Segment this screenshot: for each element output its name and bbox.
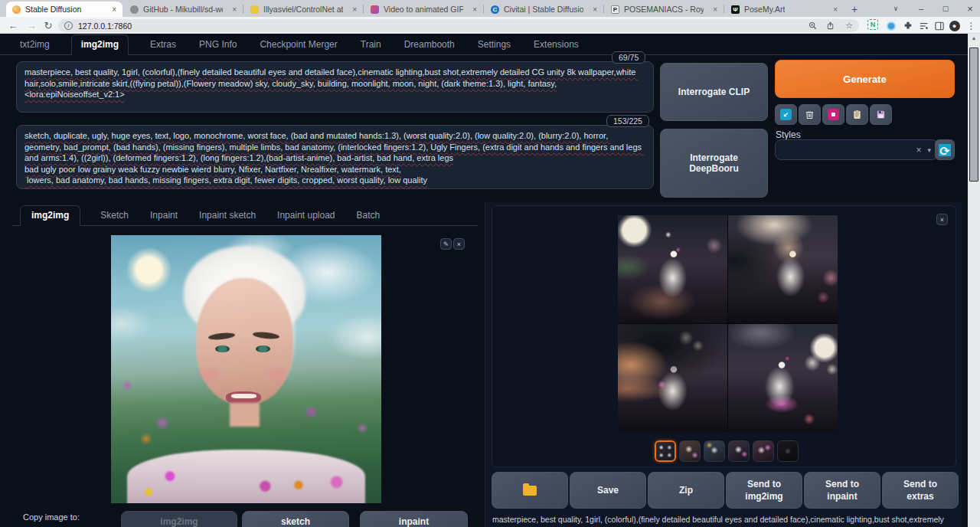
clear-prompt-button[interactable] [799,104,821,125]
remove-image-button[interactable]: × [453,238,465,250]
thumbnail-2[interactable] [679,440,701,462]
mode-tab-inpaint-sketch[interactable]: Inpaint sketch [198,206,257,225]
extension-blue-icon[interactable] [884,19,897,32]
folder-icon [523,486,537,496]
stable-diffusion-favicon [12,5,21,14]
styles-clear-icon[interactable]: × [916,145,921,155]
styles-dropdown[interactable]: × ▾ [775,139,938,160]
mode-tab-inpaint[interactable]: Inpaint [149,206,179,225]
tab-checkpoint-merger[interactable]: Checkpoint Merger [258,35,338,54]
window-maximize-button[interactable]: ▢ [934,0,957,17]
save-button[interactable]: Save [570,472,646,509]
browser-tab-github[interactable]: GitHub - Mikubill/sd-webui-co × [124,2,243,17]
address-bar[interactable]: i 127.0.0.1:7860 ☆ [58,19,859,32]
tab-title: Civitai | Stable Diffusion model [504,5,583,14]
refresh-icon: ⟳ [939,144,951,156]
reload-button[interactable]: ↻ [41,18,55,32]
thumbnail-5[interactable] [753,440,774,462]
window-close-button[interactable]: × [959,0,980,17]
tab-extras[interactable]: Extras [149,35,178,54]
interrogate-clip-button[interactable]: Interrogate CLIP [660,63,768,121]
back-button[interactable]: ← [6,18,20,32]
styles-label: Styles [776,129,801,140]
scrollbar-thumb[interactable] [969,47,978,182]
result-image-grid[interactable] [618,215,838,432]
interrogate-deepbooru-button[interactable]: Interrogate DeepBooru [660,129,768,198]
tab-search-chevron-icon[interactable]: ∨ [887,0,905,17]
result-image-3[interactable] [618,324,727,432]
prompt-input[interactable]: masterpiece, best quality, 1girl, (color… [16,61,654,113]
edit-image-button[interactable]: ✎ [440,238,452,250]
tab-txt2img[interactable]: txt2img [18,35,51,54]
bookmark-star-icon[interactable]: ☆ [845,21,853,31]
tab-img2img[interactable]: img2img [71,34,129,55]
extra-networks-button[interactable] [822,104,844,125]
tab-close-icon[interactable]: × [232,5,237,14]
profile-avatar[interactable]: ● [948,19,961,32]
browser-tab-civitai[interactable]: C Civitai | Stable Diffusion model × [485,2,603,17]
gallery-preview: × [492,205,956,467]
zip-button[interactable]: Zip [648,472,724,509]
mode-tab-img2img[interactable]: img2img [20,205,80,226]
tab-close-icon[interactable]: × [833,5,838,14]
browser-tab-gif-converter[interactable]: Video to animated GIF converter × [364,2,483,17]
tab-dreambooth[interactable]: Dreambooth [403,35,456,54]
mode-tab-batch[interactable]: Batch [355,206,382,225]
tab-title: POSEMANIACS - Royalty free 3 [624,5,704,14]
browser-menu-icon[interactable]: ⋮ [965,19,978,32]
thumbnail-6[interactable] [777,440,799,462]
negative-prompt-input[interactable]: sketch, duplicate, ugly, huge eyes, text… [16,125,654,189]
result-image-2[interactable] [728,215,838,323]
copy-to-inpaint-button[interactable]: inpaint [360,511,468,527]
window-minimize-button[interactable]: – [910,0,933,17]
mode-tab-inpaint-upload[interactable]: Inpaint upload [276,206,336,225]
img2img-source-image[interactable] [111,235,381,503]
tab-close-icon[interactable]: × [352,5,357,14]
thumbnail-3[interactable] [704,440,725,462]
tab-train[interactable]: Train [359,35,383,54]
styles-dropdown-arrow-icon[interactable]: ▾ [927,146,931,154]
thumbnail-4[interactable] [728,440,750,462]
send-to-img2img-button[interactable]: Send to img2img [726,472,802,509]
paste-arrow-icon: ↙ [780,109,792,120]
generate-button[interactable]: Generate [775,60,955,98]
result-image-1[interactable] [618,215,727,323]
tab-title: Stable Diffusion [25,5,81,14]
tab-title: PoseMy.Art [744,5,785,14]
open-folder-button[interactable] [492,472,568,509]
scrollbar-up-arrow[interactable]: ▲ [968,35,980,41]
media-queue-icon[interactable] [917,19,930,32]
send-to-inpaint-button[interactable]: Send to inpaint [804,472,880,509]
copy-to-sketch-button[interactable]: sketch [242,511,349,527]
save-style-button[interactable] [870,104,892,125]
tab-close-icon[interactable]: × [472,5,477,14]
page-scrollbar[interactable]: ▲ [968,34,980,527]
tab-close-icon[interactable]: × [713,5,717,14]
new-tab-button[interactable]: + [847,2,862,16]
close-gallery-button[interactable]: × [936,214,948,225]
apply-styles-button[interactable] [846,104,868,125]
zoom-icon[interactable] [808,21,817,30]
extension-n-icon[interactable]: N [867,19,878,30]
browser-tab-controlnet[interactable]: Illyasviel/ControlNet at main × [244,2,363,17]
result-image-4[interactable] [728,324,838,432]
paste-generation-params-button[interactable]: ↙ [775,104,797,125]
tab-settings[interactable]: Settings [476,35,512,54]
tab-png-info[interactable]: PNG Info [198,35,238,54]
refresh-styles-button[interactable]: ⟳ [935,139,955,160]
tab-extensions[interactable]: Extensions [532,35,580,54]
browser-tab-posemyart[interactable]: Ψ PoseMy.Art × [725,2,844,17]
browser-tab-posemaniacs[interactable]: P POSEMANIACS - Royalty free 3 × [605,2,724,17]
send-to-extras-button[interactable]: Send to extras [882,472,959,509]
browser-tab-stable-diffusion[interactable]: Stable Diffusion × [6,2,122,17]
tab-close-icon[interactable]: × [112,5,116,14]
copy-to-img2img-button[interactable]: img2img [121,511,237,527]
site-info-icon[interactable]: i [64,21,73,30]
share-icon[interactable] [827,21,835,30]
forward-button[interactable]: → [24,18,38,32]
tab-close-icon[interactable]: × [593,5,597,14]
side-panel-icon[interactable] [933,19,946,32]
mode-tab-sketch[interactable]: Sketch [99,206,130,225]
thumbnail-1-selected[interactable] [655,440,676,462]
extensions-puzzle-icon[interactable] [901,19,914,32]
